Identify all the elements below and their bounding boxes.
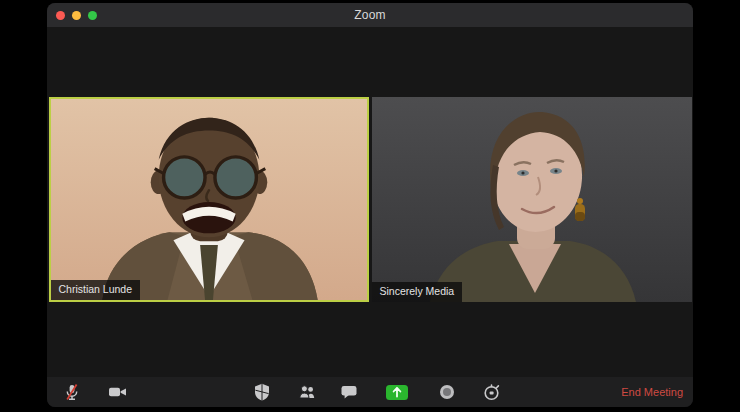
video-camera-icon (107, 382, 128, 402)
meeting-toolbar: End Meeting (47, 377, 693, 407)
participant-video-thumbnail (372, 97, 692, 302)
zoom-window: Zoom (47, 3, 693, 407)
share-screen-icon (386, 385, 408, 400)
window-title: Zoom (47, 8, 693, 22)
chat-bubble-icon (339, 382, 359, 402)
stop-video-button[interactable] (102, 379, 132, 405)
window-titlebar[interactable]: Zoom (47, 3, 693, 27)
participant-video-thumbnail (51, 99, 367, 300)
participant-name-label: Christian Lunde (51, 280, 141, 300)
participants-icon (297, 382, 317, 402)
participants-button[interactable] (292, 379, 322, 405)
video-grid: Christian Lunde (47, 27, 693, 377)
reactions-button[interactable] (477, 379, 507, 405)
chat-button[interactable] (334, 379, 364, 405)
end-meeting-button[interactable]: End Meeting (621, 386, 683, 398)
participant-tile-sincerely-media[interactable]: Sincerely Media (372, 97, 692, 302)
participant-tile-christian-lunde[interactable]: Christian Lunde (49, 97, 369, 302)
stopwatch-icon (482, 382, 502, 402)
record-button[interactable] (432, 379, 462, 405)
security-button[interactable] (247, 379, 277, 405)
mute-button[interactable] (57, 379, 87, 405)
share-screen-button[interactable] (382, 379, 412, 405)
record-icon (438, 383, 456, 401)
participant-name-label: Sincerely Media (372, 282, 463, 302)
shield-icon (252, 382, 272, 402)
mic-muted-icon (62, 382, 82, 402)
